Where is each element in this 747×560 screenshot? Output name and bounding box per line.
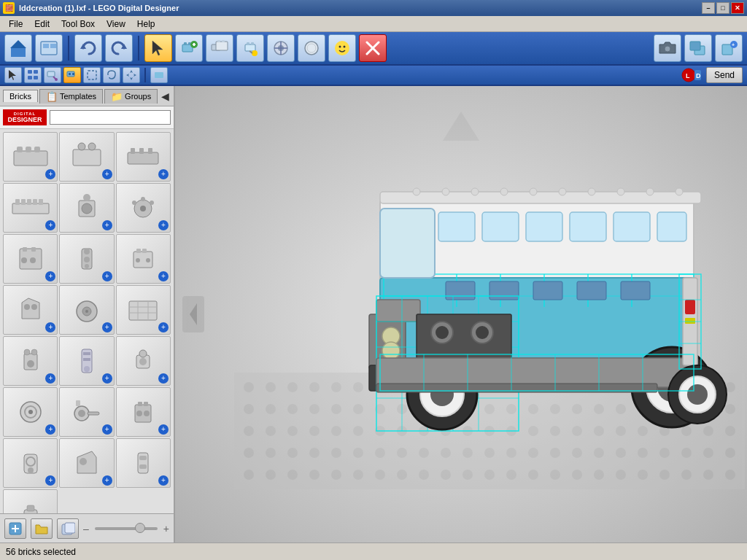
svg-marker-39 — [9, 70, 16, 80]
select-box-button[interactable] — [83, 67, 101, 83]
export-button[interactable]: + — [715, 34, 743, 62]
menu-toolbox[interactable]: Tool Box — [55, 18, 101, 31]
svg-point-173 — [309, 404, 320, 414]
svg-point-254 — [572, 470, 582, 480]
lego-online-icon: L D — [681, 67, 702, 83]
select-active-button[interactable] — [63, 67, 81, 83]
3d-view-button[interactable] — [684, 34, 712, 62]
hinge-button[interactable] — [267, 34, 295, 62]
clone-button[interactable] — [206, 34, 233, 62]
brick-item[interactable]: + — [3, 285, 58, 335]
zoom-slider[interactable] — [95, 527, 158, 530]
flex-button[interactable] — [298, 34, 325, 62]
send-button[interactable]: Send — [706, 67, 743, 83]
brick-item[interactable]: + — [59, 234, 114, 284]
svg-marker-1 — [10, 40, 26, 48]
brick-item[interactable]: + — [59, 336, 114, 386]
brick-add-icon[interactable]: + — [102, 169, 112, 179]
brick-item[interactable]: + — [3, 234, 58, 284]
brick-item[interactable]: + — [116, 285, 171, 335]
brick-add-icon[interactable]: + — [158, 322, 169, 332]
brick-item[interactable]: + — [59, 438, 114, 488]
brick-add-icon[interactable]: + — [45, 271, 55, 281]
svg-point-252 — [528, 470, 538, 480]
brick-item[interactable]: + — [116, 438, 171, 488]
brick-add-icon[interactable]: + — [45, 220, 55, 230]
select-tool-button[interactable] — [4, 67, 22, 83]
brick-item[interactable]: + — [59, 132, 114, 182]
brick-item[interactable]: + — [116, 132, 171, 182]
titlebar-controls[interactable]: – □ ✕ — [702, 2, 744, 14]
brick-add-icon[interactable]: + — [102, 271, 112, 281]
select-connected-button[interactable] — [24, 67, 42, 83]
brick-add-icon[interactable]: + — [45, 169, 55, 179]
brick-item[interactable]: + — [3, 489, 58, 513]
brick-add-icon[interactable]: + — [102, 373, 112, 384]
brick-add-icon[interactable]: + — [158, 271, 169, 281]
home-button[interactable] — [4, 34, 32, 62]
brick-item[interactable]: + — [59, 183, 114, 233]
new-model-button[interactable] — [4, 518, 26, 539]
brick-add-icon[interactable]: + — [158, 373, 169, 384]
selection-toolbar: L D Send — [0, 66, 747, 86]
zoom-thumb[interactable] — [135, 523, 145, 533]
brick-item[interactable]: + — [3, 336, 58, 386]
menu-view[interactable]: View — [101, 18, 131, 31]
undo-button[interactable] — [74, 34, 102, 62]
brick-item[interactable]: + — [116, 336, 171, 386]
place-button[interactable] — [150, 67, 168, 83]
paint-select-button[interactable] — [44, 67, 61, 83]
brick-add-icon[interactable]: + — [102, 424, 112, 435]
brick-add-icon[interactable]: + — [158, 169, 169, 179]
tab-templates[interactable]: 📋 Templates — [39, 89, 103, 104]
svg-point-63 — [88, 143, 96, 150]
move-view-button[interactable] — [123, 67, 140, 83]
brick-item[interactable]: + — [3, 438, 58, 488]
add-brick-button[interactable] — [175, 34, 203, 62]
minimize-button[interactable]: – — [702, 2, 715, 14]
redo-button[interactable] — [105, 34, 133, 62]
3d-viewport[interactable] — [175, 86, 747, 542]
brick-item[interactable]: + — [116, 234, 171, 284]
svg-point-90 — [85, 264, 89, 268]
open-file-button[interactable] — [31, 518, 53, 539]
brick-add-icon[interactable]: + — [45, 475, 55, 486]
tab-groups[interactable]: 📁 Groups — [104, 89, 158, 104]
menu-edit[interactable]: Edit — [28, 18, 55, 31]
tab-bricks[interactable]: Bricks — [3, 90, 38, 102]
brick-item[interactable]: + — [116, 183, 171, 233]
brick-add-icon[interactable]: + — [158, 475, 169, 486]
brick-item[interactable]: + — [3, 183, 58, 233]
brick-add-icon[interactable]: + — [45, 322, 55, 332]
brick-add-icon[interactable]: + — [102, 475, 112, 486]
brick-add-icon[interactable]: + — [158, 424, 169, 435]
brick-item[interactable]: + — [59, 285, 114, 335]
brick-add-icon[interactable]: + — [102, 322, 112, 332]
menu-help[interactable]: Help — [131, 18, 161, 31]
view-button[interactable] — [35, 34, 63, 62]
brick-item[interactable]: + — [116, 387, 171, 437]
cursor-tool-button[interactable] — [144, 34, 172, 62]
brick-add-icon[interactable]: + — [45, 373, 55, 384]
brick-add-icon[interactable]: + — [158, 220, 169, 230]
close-button[interactable]: ✕ — [731, 2, 744, 14]
brick-add-icon[interactable]: + — [45, 424, 55, 435]
svg-point-30 — [344, 46, 346, 48]
svg-rect-60 — [34, 147, 40, 152]
paint-button[interactable] — [236, 34, 264, 62]
brick-search-input[interactable] — [50, 110, 171, 125]
brick-add-icon[interactable]: + — [102, 220, 112, 230]
maximize-button[interactable]: □ — [716, 2, 729, 14]
brick-item[interactable]: + — [59, 387, 114, 437]
panel-collapse-button[interactable]: ◀ — [160, 89, 171, 104]
face-button[interactable] — [328, 34, 356, 62]
menu-file[interactable]: File — [3, 18, 28, 31]
select-lasso-button[interactable] — [103, 67, 120, 83]
brick-item[interactable]: + — [3, 132, 58, 182]
statusbar: 56 bricks selected — [0, 542, 747, 560]
my-models-button[interactable] — [57, 518, 79, 539]
camera-button[interactable] — [654, 34, 681, 62]
nav-left-button[interactable] — [182, 296, 204, 332]
brick-item[interactable]: + — [3, 387, 58, 437]
delete-button[interactable] — [359, 34, 387, 62]
